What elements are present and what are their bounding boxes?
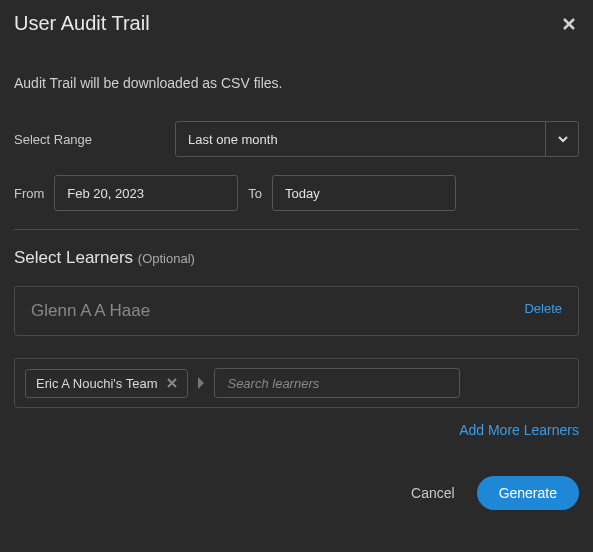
learner-box: Glenn A A Haae Delete (14, 286, 579, 336)
from-date-input[interactable] (54, 175, 238, 211)
team-chip[interactable]: Eric A Nouchi's Team (25, 369, 188, 398)
learners-optional-text: (Optional) (138, 251, 195, 266)
chevron-right-icon (196, 377, 206, 389)
to-label: To (248, 186, 262, 201)
close-icon (167, 378, 177, 388)
from-label: From (14, 186, 44, 201)
range-row: Select Range Last one month (14, 121, 579, 157)
range-select[interactable]: Last one month (175, 121, 579, 157)
user-audit-trail-modal: User Audit Trail Audit Trail will be dow… (0, 0, 593, 552)
close-icon (561, 16, 577, 32)
learners-title-text: Select Learners (14, 248, 138, 267)
team-search-row: Eric A Nouchi's Team (14, 358, 579, 408)
learner-name: Glenn A A Haae (31, 301, 150, 321)
to-date-input[interactable] (272, 175, 456, 211)
team-chip-remove[interactable] (167, 378, 177, 388)
delete-learner-link[interactable]: Delete (524, 301, 562, 316)
generate-button[interactable]: Generate (477, 476, 579, 510)
range-label: Select Range (14, 132, 144, 147)
range-select-value: Last one month (175, 121, 579, 157)
cancel-button[interactable]: Cancel (411, 485, 455, 501)
modal-title: User Audit Trail (14, 12, 150, 35)
team-chip-label: Eric A Nouchi's Team (36, 376, 157, 391)
add-more-learners-link[interactable]: Add More Learners (14, 422, 579, 438)
learners-section-title: Select Learners (Optional) (14, 248, 579, 268)
modal-footer: Cancel Generate (14, 476, 579, 510)
divider (14, 229, 579, 230)
chip-insert-caret (196, 377, 206, 389)
modal-subtitle: Audit Trail will be downloaded as CSV fi… (14, 75, 579, 91)
close-button[interactable] (559, 14, 579, 34)
modal-header: User Audit Trail (14, 12, 579, 35)
search-learners-input[interactable] (214, 368, 460, 398)
date-row: From To (14, 175, 579, 211)
